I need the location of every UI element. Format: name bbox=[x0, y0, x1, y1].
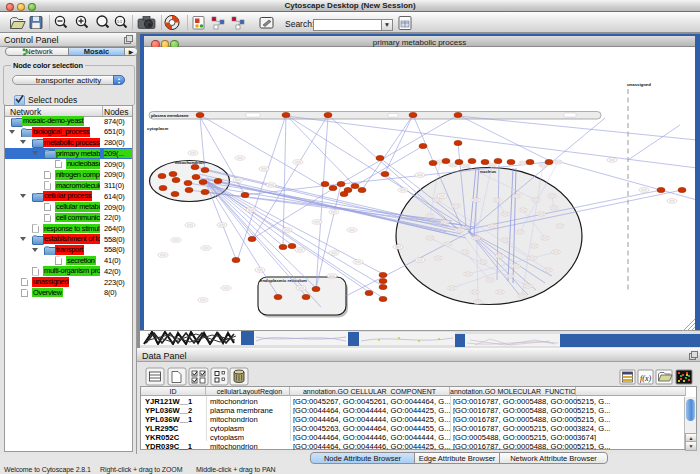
svg-text:cytoplasm: cytoplasm bbox=[147, 126, 168, 131]
svg-text:unassigned: unassigned bbox=[627, 82, 651, 87]
svg-text:plasma membrane: plasma membrane bbox=[151, 113, 189, 118]
svg-text:1:1: 1:1 bbox=[117, 20, 122, 24]
svg-text:mitochondrion: mitochondrion bbox=[175, 160, 205, 165]
svg-text:nucleus: nucleus bbox=[480, 169, 497, 174]
svg-text:f(x): f(x) bbox=[640, 374, 651, 383]
